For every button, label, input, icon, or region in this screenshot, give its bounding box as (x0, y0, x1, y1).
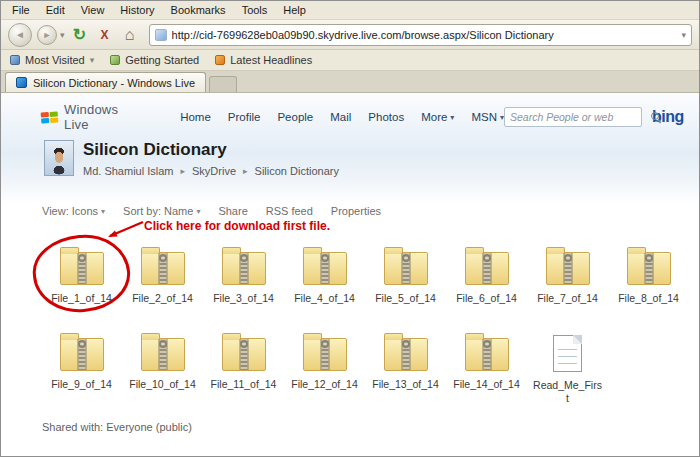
tab-silicon-dictionary[interactable]: Silicon Dictionary - Windows Live (5, 72, 206, 92)
live-nav: Home Profile People Mail Photos More▾ MS… (180, 111, 504, 123)
file-item[interactable]: File_6_of_14 (446, 243, 527, 304)
tab-stub[interactable] (209, 76, 237, 92)
breadcrumb-separator-icon: ▸ (243, 166, 248, 176)
history-dropdown-icon[interactable]: ▾ (60, 30, 65, 40)
search-box[interactable] (504, 107, 642, 127)
menu-item-view[interactable]: View (73, 2, 113, 18)
zip-folder-icon (141, 252, 185, 285)
file-item[interactable]: File_14_of_14 (446, 329, 527, 405)
folder-toolbar: View: Icons▾ Sort by: Name▾ Share RSS fe… (42, 205, 381, 217)
file-item[interactable]: File_1_of_14 (41, 243, 122, 304)
nav-label: People (277, 111, 313, 123)
view-selector[interactable]: View: Icons▾ (42, 205, 105, 217)
url-bar[interactable]: ▾ (149, 24, 692, 46)
nav-photos[interactable]: Photos (368, 111, 404, 123)
search-input[interactable] (510, 111, 647, 123)
search-icon[interactable] (651, 112, 662, 123)
rss-feed-button[interactable]: RSS feed (266, 205, 313, 217)
menu-item-history[interactable]: History (112, 2, 162, 18)
file-item[interactable]: File_5_of_14 (365, 243, 446, 304)
text-document-icon (553, 335, 582, 372)
avatar[interactable] (44, 140, 74, 176)
sort-selector[interactable]: Sort by: Name▾ (123, 205, 200, 217)
view-label: View: Icons (42, 205, 98, 217)
bookmark-getting-started[interactable]: Getting Started (110, 54, 199, 66)
zipper-pull (402, 254, 410, 262)
flag-square (41, 118, 49, 124)
file-item[interactable]: File_11_of_14 (203, 329, 284, 405)
nav-label: Profile (228, 111, 261, 123)
nav-label: More (421, 111, 447, 123)
bookmark-latest-headlines[interactable]: Latest Headlines (215, 54, 312, 66)
bookmark-folder-icon (10, 55, 20, 65)
file-label: File_9_of_14 (51, 378, 112, 390)
breadcrumb-current: Silicon Dictionary (255, 165, 339, 177)
file-item-readme[interactable]: Read_Me_First (527, 329, 608, 405)
zipper-pull (402, 340, 410, 348)
bookmark-most-visited[interactable]: Most Visited ▾ (10, 54, 94, 66)
sort-label: Sort by: Name (123, 205, 193, 217)
chevron-down-icon: ▾ (196, 207, 200, 216)
home-button[interactable]: ⌂ (120, 25, 140, 45)
file-item[interactable]: File_8_of_14 (608, 243, 689, 304)
zip-folder-icon (303, 252, 347, 285)
navigation-toolbar: ◄ ► ▾ ↻ X ⌂ ▾ (1, 20, 699, 50)
reload-button[interactable]: ↻ (70, 25, 90, 45)
file-item[interactable]: File_2_of_14 (122, 243, 203, 304)
flag-square (41, 112, 49, 118)
page-favicon-icon (155, 29, 167, 41)
windows-live-header-area: Windows Live Home Profile People Mail Ph… (1, 93, 699, 203)
zipper-pull (240, 340, 248, 348)
rss-label: RSS feed (266, 205, 313, 217)
nav-msn[interactable]: MSN▾ (471, 111, 504, 123)
zip-folder-icon (384, 338, 428, 371)
nav-mail[interactable]: Mail (330, 111, 351, 123)
zipper-pull (78, 340, 86, 348)
file-item[interactable]: File_3_of_14 (203, 243, 284, 304)
menu-item-bookmarks[interactable]: Bookmarks (163, 2, 234, 18)
nav-profile[interactable]: Profile (228, 111, 261, 123)
bookmark-label: Most Visited (25, 54, 85, 66)
windows-live-logo[interactable]: Windows Live (64, 102, 118, 132)
nav-more[interactable]: More▾ (421, 111, 454, 123)
menu-item-tools[interactable]: Tools (234, 2, 276, 18)
chevron-down-icon: ▾ (450, 113, 454, 122)
rss-feed-icon (215, 55, 225, 65)
breadcrumb-owner[interactable]: Md. Shamiul Islam (83, 165, 173, 177)
bookmarks-toolbar: Most Visited ▾ Getting Started Latest He… (1, 50, 699, 71)
back-button[interactable]: ◄ (8, 23, 32, 47)
bookmark-label: Getting Started (125, 54, 199, 66)
file-label: File_7_of_14 (537, 292, 598, 304)
share-button[interactable]: Share (218, 205, 247, 217)
zipper-pull (564, 254, 572, 262)
nav-label: Photos (368, 111, 404, 123)
nav-label: Mail (330, 111, 351, 123)
menu-item-help[interactable]: Help (275, 2, 314, 18)
page-title: Silicon Dictionary (83, 140, 339, 160)
file-label: File_1_of_14 (51, 292, 112, 304)
zipper-pull (159, 254, 167, 262)
properties-button[interactable]: Properties (331, 205, 381, 217)
file-item[interactable]: File_10_of_14 (122, 329, 203, 405)
file-label: File_2_of_14 (132, 292, 193, 304)
zip-folder-icon (627, 252, 671, 285)
zipper-pull (483, 340, 491, 348)
zip-folder-icon (60, 338, 104, 371)
url-dropdown-icon[interactable]: ▾ (681, 30, 686, 40)
stop-button[interactable]: X (95, 25, 115, 45)
url-input[interactable] (172, 29, 677, 41)
menu-item-edit[interactable]: Edit (38, 2, 73, 18)
file-item[interactable]: File_13_of_14 (365, 329, 446, 405)
zipper-pull (159, 340, 167, 348)
chevron-down-icon: ▾ (101, 207, 105, 216)
file-item[interactable]: File_4_of_14 (284, 243, 365, 304)
file-item[interactable]: File_7_of_14 (527, 243, 608, 304)
file-item[interactable]: File_12_of_14 (284, 329, 365, 405)
breadcrumb: Md. Shamiul Islam ▸ SkyDrive ▸ Silicon D… (83, 165, 339, 177)
nav-home[interactable]: Home (180, 111, 211, 123)
forward-button[interactable]: ► (37, 25, 57, 45)
nav-people[interactable]: People (277, 111, 313, 123)
file-item[interactable]: File_9_of_14 (41, 329, 122, 405)
breadcrumb-skydrive[interactable]: SkyDrive (192, 165, 236, 177)
menu-item-file[interactable]: File (4, 2, 38, 18)
